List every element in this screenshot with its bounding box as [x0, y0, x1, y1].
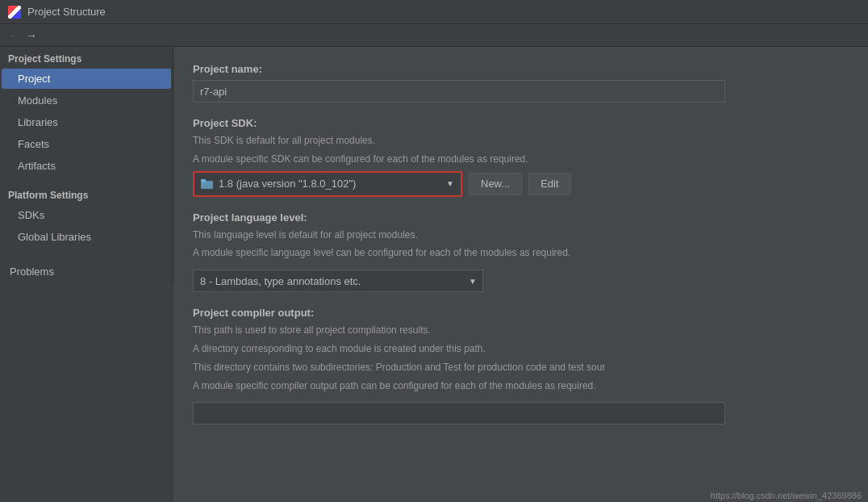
title-bar: Project Structure	[0, 0, 868, 24]
project-sdk-group: Project SDK: This SDK is default for all…	[193, 117, 849, 197]
sidebar-item-modules[interactable]: Modules	[2, 90, 171, 111]
project-sdk-desc1: This SDK is default for all project modu…	[193, 134, 849, 148]
sdk-select-wrapper[interactable]: 1.8 (java version "1.8.0_102") ▼	[193, 171, 462, 197]
project-compiler-output-group: Project compiler output: This path is us…	[193, 307, 849, 425]
project-language-level-group: Project language level: This language le…	[193, 211, 849, 293]
sidebar-item-problems[interactable]: Problems	[2, 261, 171, 282]
sidebar-item-global-libraries[interactable]: Global Libraries	[2, 227, 171, 247]
project-sdk-label: Project SDK:	[193, 117, 849, 129]
main-content: Project Settings Project Modules Librari…	[0, 47, 868, 502]
sidebar-item-project[interactable]: Project	[2, 69, 171, 89]
title-bar-text: Project Structure	[27, 6, 106, 18]
sidebar-item-libraries[interactable]: Libraries	[2, 112, 171, 132]
project-compiler-desc2: A directory corresponding to each module…	[193, 342, 849, 356]
compiler-output-input[interactable]	[193, 402, 725, 425]
project-name-label: Project name:	[193, 63, 849, 75]
left-panel: Project Settings Project Modules Librari…	[0, 47, 173, 502]
lang-select-wrapper[interactable]: 8 - Lambdas, type annotations etc. ▼	[193, 270, 483, 292]
sidebar-item-facets[interactable]: Facets	[2, 134, 171, 154]
platform-settings-header: Platform Settings	[0, 183, 173, 204]
new-sdk-button[interactable]: New...	[469, 173, 522, 195]
project-compiler-label: Project compiler output:	[193, 307, 849, 319]
project-compiler-desc4: A module specific compiler output path c…	[193, 379, 849, 393]
sidebar-item-artifacts[interactable]: Artifacts	[2, 156, 171, 176]
nav-bar: ← →	[0, 24, 868, 47]
back-button[interactable]: ←	[5, 27, 23, 44]
app-icon	[8, 6, 21, 19]
lang-select-display[interactable]: 8 - Lambdas, type annotations etc.	[193, 270, 483, 292]
watermark: https://blog.csdn.net/weixin_42369886	[711, 491, 862, 500]
sdk-row: 1.8 (java version "1.8.0_102") ▼ New... …	[193, 171, 849, 197]
project-compiler-desc1: This path is used to store all project c…	[193, 324, 849, 337]
forward-button[interactable]: →	[23, 27, 40, 44]
project-language-desc1: This language level is default for all p…	[193, 228, 849, 242]
project-language-label: Project language level:	[193, 211, 849, 224]
folder-icon	[201, 178, 214, 190]
sidebar-item-sdks[interactable]: SDKs	[2, 205, 171, 225]
project-name-input[interactable]	[193, 80, 725, 102]
project-sdk-desc2: A module specific SDK can be configured …	[193, 153, 849, 166]
edit-sdk-button[interactable]: Edit	[528, 173, 570, 195]
project-settings-header: Project Settings	[0, 47, 173, 68]
project-name-group: Project name:	[193, 63, 849, 102]
project-language-desc2: A module specific language level can be …	[193, 246, 849, 260]
project-compiler-desc3: This directory contains two subdirectori…	[193, 361, 849, 374]
sidebar: Project Settings Project Modules Librari…	[0, 47, 173, 282]
svg-rect-2	[201, 179, 206, 182]
sdk-select-display[interactable]: 1.8 (java version "1.8.0_102")	[194, 173, 461, 195]
content-area: Project name: Project SDK: This SDK is d…	[173, 47, 868, 502]
